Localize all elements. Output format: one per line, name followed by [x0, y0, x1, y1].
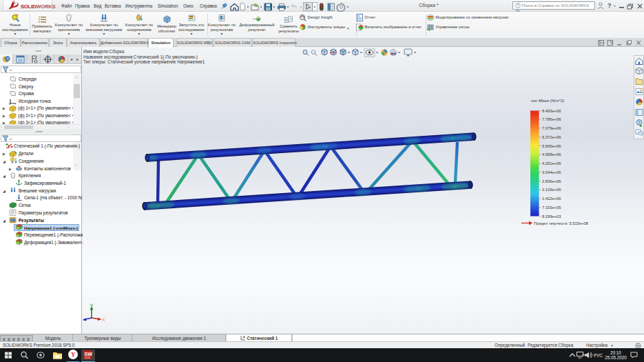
svg-text:6.372e+06: 6.372e+06 [542, 135, 561, 139]
svg-text:3.544e+06: 3.544e+06 [542, 170, 561, 174]
svg-text:?: ? [517, 3, 519, 8]
svg-text:7.786e+06: 7.786e+06 [542, 117, 561, 121]
svg-text:5.665e+06: 5.665e+06 [542, 144, 561, 148]
svg-text:SOLIDWORKS: SOLIDWORKS [21, 3, 55, 10]
svg-text:8.299e+03: 8.299e+03 [542, 214, 561, 219]
svg-text:Предел текучести: 5.515e+08: Предел текучести: 5.515e+08 [534, 221, 588, 225]
svg-text:von Mises (N/m^2): von Mises (N/m^2) [531, 99, 564, 103]
svg-text:4.958e+06: 4.958e+06 [542, 152, 561, 157]
svg-text:4.251e+06: 4.251e+06 [542, 161, 561, 165]
svg-text:1.422e+06: 1.422e+06 [542, 197, 561, 201]
svg-text:8.493e+06: 8.493e+06 [542, 109, 561, 113]
svg-text:2.836e+06: 2.836e+06 [542, 179, 561, 183]
svg-text:2.129e+06: 2.129e+06 [542, 188, 561, 192]
svg-text:7.079e+06: 7.079e+06 [542, 126, 561, 130]
svg-text:7.153e+05: 7.153e+05 [542, 205, 561, 210]
svg-text:?: ? [607, 2, 612, 9]
